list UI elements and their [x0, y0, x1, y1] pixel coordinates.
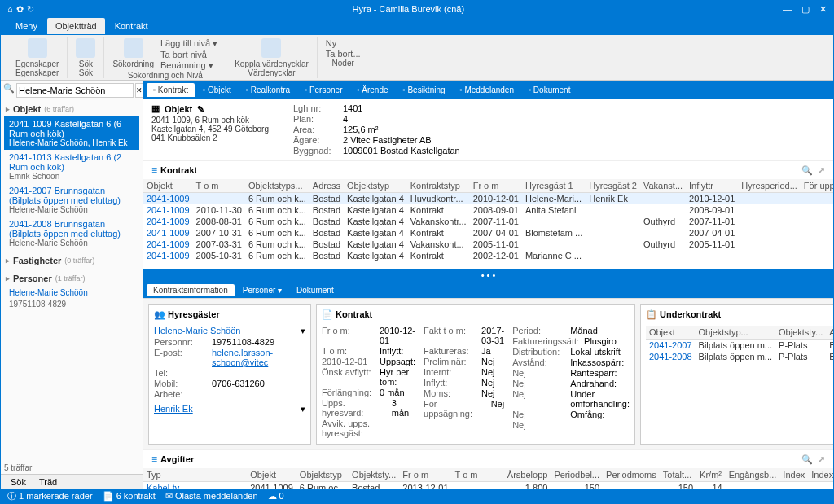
- window-title: Hyra - Camilla Burevik (cnä): [353, 4, 465, 14]
- table-row[interactable]: Kabel-tv2041-10096 Rum oc...Bostad2013-1…: [143, 482, 833, 489]
- table-row[interactable]: 2041-2008Bilplats öppen m...P-PlatsBrunn…: [646, 351, 833, 362]
- avgifter-grid[interactable]: TypObjektObjektstypObjektsty...Fr o mT o…: [143, 468, 833, 489]
- menu-objekttrad[interactable]: Objektträd: [47, 18, 105, 34]
- tab-ärende[interactable]: Ärende: [350, 83, 394, 97]
- sub-tabbar: KontraktsinformationPersoner ▾Dokument: [143, 282, 833, 298]
- search-icon[interactable]: 🔍: [801, 454, 813, 465]
- maximize-button[interactable]: ▢: [801, 4, 810, 15]
- ribbon-sok[interactable]: Sök: [76, 38, 95, 68]
- avgifter-section-title: Avgifter 🔍⤢: [143, 449, 833, 468]
- ribbon-tabort2[interactable]: Ta bort...: [326, 49, 361, 59]
- search-glass-icon: 🔍: [3, 83, 15, 98]
- side-objekt-header[interactable]: Objekt (6 träffar): [4, 102, 139, 116]
- tab-personer[interactable]: Personer: [298, 83, 349, 97]
- ribbon-egenskaper[interactable]: Egenskaper: [15, 38, 59, 68]
- ribbon-tabort[interactable]: Ta bort nivå: [160, 50, 217, 59]
- minimize-button[interactable]: —: [783, 4, 792, 15]
- hg-email[interactable]: helene.larsson-schoon@vitec: [212, 348, 305, 367]
- table-row[interactable]: 2041-10092010-11-306 Rum och k...BostadK…: [143, 204, 833, 216]
- footer-tab-sok[interactable]: Sök: [4, 476, 33, 489]
- table-row[interactable]: 2041-10096 Rum och k...BostadKastellgata…: [143, 193, 833, 205]
- tab-meddelanden[interactable]: Meddelanden: [454, 83, 520, 97]
- ribbon-sokordning[interactable]: Sökordning: [112, 38, 154, 71]
- titlebar: ⌂ ✿ ↻ Hyra - Camilla Burevik (cnä) — ▢ ✕: [1, 1, 833, 17]
- home-icon[interactable]: ⌂: [7, 4, 13, 15]
- edit-icon[interactable]: ✎: [197, 104, 207, 114]
- ribbon-lagg[interactable]: Lägg till nivå ▾: [160, 38, 217, 49]
- search-icon: [76, 38, 95, 58]
- ribbon-koppla[interactable]: Koppla värdenycklar: [235, 38, 309, 68]
- table-row[interactable]: 2041-10092007-10-316 Rum och k...BostadK…: [143, 227, 833, 239]
- footer-tab-trad[interactable]: Träd: [33, 476, 64, 489]
- ribbon-ny[interactable]: Ny: [326, 38, 361, 48]
- sidebar-item[interactable]: 2041-1009 Kastellgatan 6 (6 Rum och kök)…: [4, 116, 139, 150]
- properties-icon: [28, 38, 47, 58]
- tab-realkontra[interactable]: Realkontra: [239, 83, 296, 97]
- expand-icon[interactable]: ⤢: [818, 165, 825, 176]
- content-tabbar: KontraktObjektRealkontraPersonerÄrendeBe…: [143, 81, 833, 99]
- underkontrakt-panel: 📋 Underkontrakt ObjektObjektstyp...Objek…: [640, 304, 833, 445]
- link-icon: [261, 38, 281, 58]
- objekt-header: ▦Objekt✎ 2041-1009, 6 Rum och kök Kastel…: [143, 99, 833, 160]
- side-personer-header[interactable]: Personer (1 träffar): [4, 271, 139, 286]
- kontrakt-section-title: Kontrakt 🔍⤢: [143, 160, 833, 179]
- sidebar-item[interactable]: 2041-1013 Kastellgatan 6 (2 Rum och kök)…: [4, 150, 139, 183]
- menu-meny[interactable]: Meny: [7, 18, 46, 34]
- side-fastigheter-header[interactable]: Fastigheter (0 träffar): [4, 253, 139, 268]
- table-row[interactable]: 2041-10092008-08-316 Rum och k...BostadK…: [143, 216, 833, 227]
- tab-kontrakt[interactable]: Kontrakt: [147, 83, 195, 97]
- kontrakt-panel: 📄 Kontrakt Fr o m:2010-12-01T o m:Inflyt…: [316, 304, 635, 445]
- side-person[interactable]: Helene-Marie Schöön: [4, 286, 139, 300]
- close-button[interactable]: ✕: [819, 4, 827, 15]
- refresh-icon[interactable]: ↻: [27, 4, 34, 15]
- menubar: Meny Objektträd Kontrakt: [1, 17, 833, 35]
- table-row[interactable]: 2041-10092007-03-316 Rum och k...BostadK…: [143, 239, 833, 250]
- sidebar-item[interactable]: 2041-2007 Brunnsgatan (Bilplats öppen me…: [4, 183, 139, 217]
- search-icon[interactable]: 🔍: [801, 165, 813, 176]
- tab-dokument[interactable]: Dokument: [522, 83, 577, 97]
- result-count: 5 träffar: [1, 462, 143, 474]
- objekt-icon: ▦: [151, 103, 160, 114]
- expand-icon[interactable]: ⤢: [818, 454, 825, 465]
- subtab[interactable]: Dokument: [290, 284, 340, 296]
- tab-objekt[interactable]: Objekt: [196, 83, 238, 97]
- subtab[interactable]: Kontraktsinformation: [147, 284, 235, 296]
- sidebar-item[interactable]: 2041-2008 Brunnsgatan (Bilplats öppen me…: [4, 217, 139, 250]
- globe-icon: [124, 38, 143, 58]
- table-row[interactable]: 2041-2007Bilplats öppen m...P-PlatsBrunn…: [646, 340, 833, 352]
- gear-icon[interactable]: ✿: [16, 4, 24, 15]
- hyresgaster-panel: 👥 Hyresgäster Helene-Marie Schöön ▾ Pers…: [148, 304, 311, 445]
- table-row[interactable]: 2041-10092005-10-316 Rum och k...BostadK…: [143, 250, 833, 261]
- tab-besiktning[interactable]: Besiktning: [397, 83, 452, 97]
- subtab[interactable]: Personer ▾: [236, 284, 288, 296]
- statusbar: ⓘ 1 markerade rader 📄 6 kontrakt ✉ Oläst…: [1, 489, 833, 503]
- menu-kontrakt[interactable]: Kontrakt: [107, 18, 156, 34]
- sidebar: 🔍 ✕ ▸ Objekt (6 träffar) 2041-1009 Kaste…: [1, 81, 143, 489]
- hg-name[interactable]: Helene-Marie Schöön: [154, 326, 240, 336]
- ribbon: Egenskaper Egenskaper Sök Sök Sökordning…: [1, 35, 833, 81]
- hg-henrik[interactable]: Henrik Ek: [154, 404, 193, 414]
- search-clear[interactable]: ✕: [135, 83, 143, 98]
- ribbon-benamning[interactable]: Benämning ▾: [160, 60, 217, 71]
- search-input[interactable]: [16, 83, 134, 98]
- kontrakt-grid[interactable]: ObjektT o mObjektstyps...AdressObjektsty…: [143, 179, 833, 269]
